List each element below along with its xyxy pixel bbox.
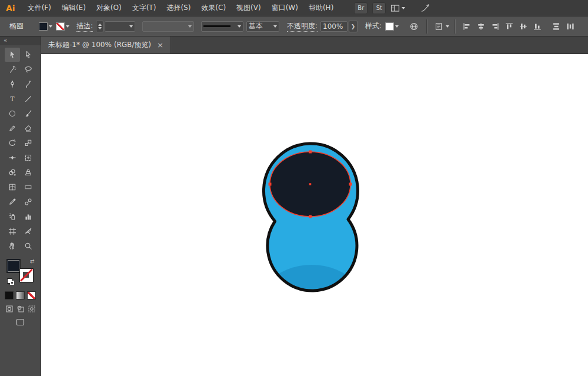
align-v-center-icon (519, 22, 528, 31)
share-icon[interactable] (420, 4, 430, 13)
column-graph-tool[interactable] (21, 209, 36, 224)
hand-tool[interactable] (5, 239, 20, 253)
menu-view[interactable]: 视图(V) (231, 0, 266, 16)
paintbrush-icon (24, 109, 32, 118)
fill-swatch-large[interactable] (6, 259, 21, 273)
anchor-right[interactable] (349, 183, 352, 186)
anchor-left[interactable] (269, 183, 272, 186)
document-setup-button[interactable] (433, 21, 449, 32)
swap-fill-stroke-icon[interactable]: ⇄ (30, 259, 35, 264)
menu-window[interactable]: 窗口(W) (266, 0, 303, 16)
stroke-weight-stepper[interactable] (96, 21, 103, 32)
fill-color-picker[interactable] (39, 22, 52, 31)
color-mode-button[interactable] (5, 291, 14, 300)
free-transform-tool[interactable] (21, 151, 36, 165)
perspective-grid-tool[interactable] (21, 165, 36, 179)
anchor-top[interactable] (309, 151, 312, 154)
close-icon[interactable]: × (157, 41, 163, 49)
menu-file[interactable]: 文件(F) (22, 0, 56, 16)
default-fill-stroke-icon[interactable] (7, 278, 14, 285)
anchor-bottom[interactable] (309, 215, 312, 218)
pen-nib-icon (8, 79, 16, 89)
align-right-button[interactable] (489, 21, 501, 32)
stroke-swatch-large[interactable] (19, 268, 34, 282)
blend-tool[interactable] (21, 195, 36, 209)
symbol-sprayer-tool[interactable] (5, 209, 20, 224)
opacity-flyout-button[interactable]: ❯ (349, 21, 358, 32)
stock-button[interactable]: St (372, 2, 386, 14)
distribute-h-button[interactable] (564, 21, 576, 32)
canvas-artwork[interactable] (41, 54, 588, 376)
ellipse-tool[interactable] (5, 107, 20, 121)
stroke-weight-select[interactable] (105, 21, 135, 32)
zoom-tool[interactable] (21, 239, 36, 253)
slice-tool[interactable] (21, 224, 36, 238)
curvature-tool[interactable] (21, 77, 36, 91)
magic-wand-tool[interactable] (5, 62, 20, 76)
pencil-icon (8, 124, 16, 133)
document-tab[interactable]: 未标题-1* @ 100% (RGB/预览) × (41, 36, 171, 54)
menu-effect[interactable]: 效果(C) (196, 0, 231, 16)
line-segment-tool[interactable] (21, 92, 36, 106)
screen-mode-icon[interactable] (16, 318, 25, 326)
align-h-center-button[interactable] (475, 21, 487, 32)
mesh-tool[interactable] (5, 180, 20, 194)
gradient-tool[interactable] (21, 180, 36, 194)
stroke-weight-label[interactable]: 描边: (76, 21, 93, 32)
paint-mode-row (0, 291, 41, 300)
chevron-down-icon (273, 25, 277, 28)
menubar: Ai 文件(F) 编辑(E) 对象(O) 文字(T) 选择(S) 效果(C) 视… (0, 0, 588, 16)
align-left-button[interactable] (461, 21, 473, 32)
stroke-profile-select[interactable] (201, 21, 243, 32)
shape-builder-tool[interactable] (5, 165, 20, 179)
opacity-input[interactable]: 100% (320, 21, 348, 32)
pen-tool[interactable] (5, 77, 20, 91)
variable-width-profile-select[interactable] (142, 21, 194, 32)
artboard-tool[interactable] (5, 224, 20, 238)
selection-tool[interactable] (5, 48, 20, 62)
distribute-v-button[interactable] (550, 21, 562, 32)
chevron-down-icon (446, 25, 449, 28)
menu-object[interactable]: 对象(O) (91, 0, 127, 16)
brush-definition-select[interactable]: 基本 (246, 21, 279, 32)
pencil-tool[interactable] (5, 121, 20, 135)
workspace-switcher[interactable] (390, 4, 405, 13)
menu-type[interactable]: 文字(T) (127, 0, 162, 16)
menu-help[interactable]: 帮助(H) (303, 0, 339, 16)
none-mode-button[interactable] (27, 291, 36, 300)
style-swatch (385, 22, 394, 31)
blob-shade-shape (247, 265, 376, 376)
globe-icon (409, 22, 419, 31)
tools-collapse-button[interactable]: « (0, 36, 41, 45)
scale-tool[interactable] (21, 136, 36, 150)
canvas-area[interactable] (41, 54, 588, 376)
document-info-button[interactable] (408, 21, 420, 32)
center-point[interactable] (309, 183, 312, 185)
context-object-label: 椭圆 (9, 21, 24, 31)
paintbrush-tool[interactable] (21, 107, 36, 121)
style-picker[interactable] (385, 22, 399, 31)
rotate-tool[interactable] (5, 136, 20, 150)
menu-edit[interactable]: 编辑(E) (56, 0, 91, 16)
draw-normal-icon[interactable] (5, 305, 14, 313)
lasso-tool[interactable] (21, 62, 36, 76)
align-v-center-button[interactable] (517, 21, 529, 32)
gradient-mode-button[interactable] (16, 291, 25, 300)
eyedropper-tool[interactable] (5, 195, 20, 209)
menu-select[interactable]: 选择(S) (161, 0, 196, 16)
stroke-color-picker[interactable] (56, 22, 69, 31)
shape-builder-icon (8, 168, 16, 177)
type-icon: T (8, 94, 16, 104)
type-tool[interactable]: T (5, 92, 20, 106)
draw-behind-icon[interactable] (16, 305, 25, 313)
width-tool[interactable] (5, 151, 20, 165)
eraser-tool[interactable] (21, 121, 36, 135)
opacity-label[interactable]: 不透明度: (287, 21, 318, 32)
bridge-button[interactable]: Br (354, 2, 368, 14)
align-top-button[interactable] (503, 21, 515, 32)
selection-arrow-icon (8, 50, 16, 59)
align-bottom-button[interactable] (532, 21, 543, 32)
draw-inside-icon[interactable] (28, 305, 36, 313)
eraser-icon (24, 124, 32, 133)
direct-selection-tool[interactable] (21, 48, 36, 62)
